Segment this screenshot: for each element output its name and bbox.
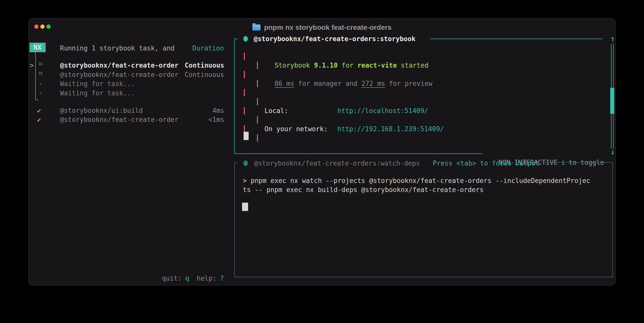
task-name: @storybooknx/feat-create-order xyxy=(60,70,179,79)
terminal-window: pnpm nx storybook feat-create-orders NX … xyxy=(28,18,616,285)
task-duration: 4ms xyxy=(212,106,224,115)
task-name: @storybooknx/feat-create-order xyxy=(60,115,179,124)
focus-output-hint: Press <tab> to focus output xyxy=(433,159,539,168)
task-bullet-icon xyxy=(243,160,248,166)
storybook-pane-title: @storybooknx/feat-create-orders:storyboo… xyxy=(254,34,416,43)
manager-time: 86 ms xyxy=(275,80,294,88)
storybook-builder: react-vite xyxy=(357,62,397,69)
help-key: ? xyxy=(220,275,224,282)
task-row[interactable]: · Waiting for task... xyxy=(29,89,224,98)
output-bar xyxy=(244,71,245,78)
titlebar: pnpm nx storybook feat-create-orders xyxy=(29,22,615,33)
check-icon: ✔ xyxy=(37,115,41,124)
watch-command-line2: ts -- pnpm exec nx build-deps @storybook… xyxy=(243,185,484,194)
task-duration: <1ms xyxy=(208,115,224,124)
storybook-version: 9.1.10 xyxy=(314,62,338,69)
started-mid: for xyxy=(338,62,357,69)
task-group-bracket-foot xyxy=(35,100,38,100)
storybook-pane-border-bottom xyxy=(234,153,485,154)
spinner-icon: ⠛ xyxy=(38,61,43,70)
network-label: On your network: xyxy=(265,124,328,133)
duration-column-header: Duration xyxy=(192,44,224,53)
task-list-header: Running 1 storybook task, and Duration xyxy=(60,44,224,53)
storybook-perf-line: 86 ms for manager and 272 ms for preview xyxy=(259,70,432,97)
task-row[interactable]: > ⠛ @storybooknx/feat-create-order Conti… xyxy=(29,61,224,70)
task-name: @storybooknx/ui:build xyxy=(60,106,143,115)
task-status: Continuous xyxy=(185,70,224,79)
check-icon: ✔ xyxy=(37,106,41,115)
output-bar xyxy=(257,116,258,124)
output-bar xyxy=(257,80,258,87)
watch-pane-border-bottom xyxy=(234,277,613,277)
task-row[interactable]: · Waiting for task... xyxy=(29,79,224,88)
task-status: Continuous xyxy=(185,61,224,70)
pending-dot-icon: · xyxy=(39,89,43,98)
started-suffix: started xyxy=(397,62,428,69)
scrollbar-thumb[interactable] xyxy=(610,88,614,114)
perf-suffix: for preview xyxy=(385,80,432,87)
terminal-cursor xyxy=(244,132,249,140)
output-bar xyxy=(257,62,258,69)
folder-icon xyxy=(252,24,260,31)
terminal-cursor xyxy=(242,203,248,211)
storybook-pane-border-top xyxy=(430,39,602,39)
tasks-running-summary: Running 1 storybook task, and xyxy=(60,44,174,53)
output-bar xyxy=(257,134,258,142)
storybook-pane-border-left xyxy=(234,39,235,154)
watch-pane-border-left xyxy=(234,162,235,277)
task-bullet-icon xyxy=(243,36,248,42)
watch-command-line1: > pnpm exec nx watch --projects @storybo… xyxy=(243,176,590,185)
nx-badge: NX xyxy=(30,43,46,52)
selection-cursor: > xyxy=(30,61,34,70)
window-title: pnpm nx storybook feat-create-orders xyxy=(264,23,392,32)
output-bar xyxy=(244,89,245,96)
pending-dot-icon: · xyxy=(39,79,43,88)
help-label: help: xyxy=(197,275,216,282)
task-row-done[interactable]: ✔ @storybooknx/feat-create-order <1ms xyxy=(29,115,224,124)
task-name: @storybooknx/feat-create-order xyxy=(60,61,179,70)
scroll-up-arrow-icon[interactable]: ↑ xyxy=(606,34,619,43)
keybind-footer: quit:qhelp:? xyxy=(60,274,224,283)
local-label: Local: xyxy=(265,106,288,115)
output-bar xyxy=(244,52,245,60)
network-url-link[interactable]: http://192.168.1.239:51409/ xyxy=(337,124,444,133)
watch-pane-title: @storybooknx/feat-create-orders:watch-de… xyxy=(254,159,420,168)
output-bar xyxy=(244,107,245,115)
perf-mid: for manager and xyxy=(294,80,361,87)
started-prefix: Storybook xyxy=(275,62,314,69)
task-row[interactable]: ⠛ @storybooknx/feat-create-order Continu… xyxy=(29,70,224,79)
scroll-down-arrow-icon[interactable]: ↓ xyxy=(606,147,619,156)
preview-time: 272 ms xyxy=(361,80,385,88)
storybook-pane-border-stub xyxy=(234,39,238,39)
task-name: Waiting for task... xyxy=(60,89,135,98)
watch-pane-border-top xyxy=(541,162,613,163)
spinner-icon: ⠛ xyxy=(38,70,43,79)
watch-pane-border-right xyxy=(612,162,613,277)
task-name: Waiting for task... xyxy=(60,79,135,88)
task-row-done[interactable]: ✔ @storybooknx/ui:build 4ms xyxy=(29,106,224,115)
output-bar xyxy=(257,98,258,105)
quit-key: q xyxy=(185,275,189,282)
quit-label: quit: xyxy=(162,275,182,282)
local-url-link[interactable]: http://localhost:51409/ xyxy=(337,106,428,115)
